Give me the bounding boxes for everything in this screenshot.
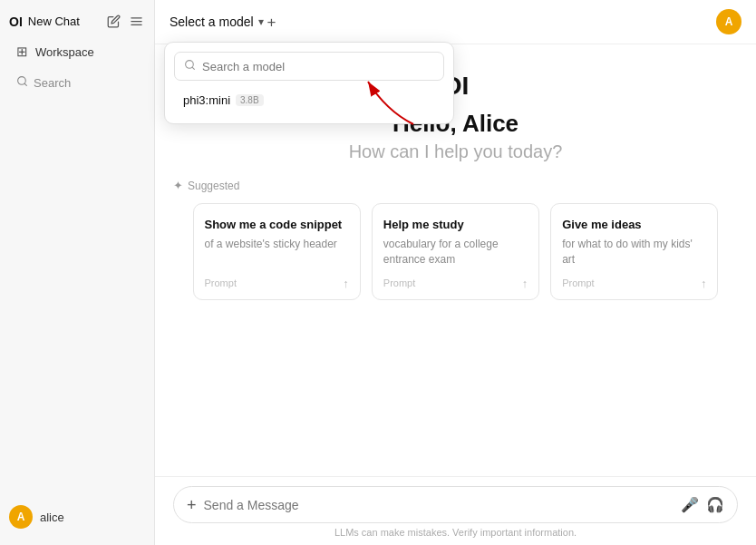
list-icon-button[interactable] (128, 13, 145, 30)
model-name: phi3:mini (183, 93, 230, 107)
user-name: alice (40, 511, 64, 524)
user-avatar-top: A (716, 9, 741, 34)
model-dropdown: phi3:mini 3.8B (164, 42, 454, 124)
sidebar: OI New Chat ⊞ Workspace (0, 0, 155, 545)
svg-line-4 (24, 83, 26, 85)
new-chat-label: New Chat (28, 15, 80, 28)
card-3-arrow-icon: ↑ (701, 277, 707, 290)
search-label: Search (34, 76, 71, 90)
sidebar-search[interactable]: Search (5, 69, 149, 96)
sidebar-action-icons (105, 13, 145, 30)
sidebar-logo-new: OI New Chat (9, 15, 80, 29)
message-input[interactable] (204, 498, 674, 512)
input-footer: LLMs can make mistakes. Verify important… (173, 523, 738, 540)
model-selector[interactable]: Select a model ▾ (170, 15, 264, 29)
card-2-arrow-icon: ↑ (522, 277, 528, 290)
message-input-box: + 🎤 🎧 (173, 486, 738, 523)
suggestion-card-1[interactable]: Show me a code snippet of a website's st… (193, 203, 361, 300)
card-1-title: Show me a code snippet (205, 217, 349, 233)
model-item-phi3mini[interactable]: phi3:mini 3.8B (174, 86, 444, 114)
suggestion-cards-row: Show me a code snippet of a website's st… (193, 203, 719, 300)
header-right: A (716, 9, 741, 34)
dropdown-search-icon (184, 59, 196, 73)
add-model-button[interactable]: + (267, 15, 276, 30)
card-1-subtitle: of a website's sticky header (205, 237, 349, 252)
card-1-arrow-icon: ↑ (343, 277, 349, 290)
avatar: A (9, 505, 33, 529)
chevron-down-icon: ▾ (258, 15, 264, 28)
microphone-button[interactable]: 🎤 (681, 496, 699, 513)
sparkle-icon: ✦ (173, 179, 183, 192)
attach-button[interactable]: + (187, 497, 197, 513)
svg-line-6 (192, 67, 194, 69)
card-3-title: Give me ideas (562, 217, 706, 233)
card-2-title: Help me study (383, 217, 528, 233)
card-2-prompt-row: Prompt ↑ (383, 271, 528, 290)
headphone-button[interactable]: 🎧 (706, 496, 724, 513)
sidebar-item-workspace[interactable]: ⊞ Workspace (5, 36, 149, 67)
model-search-box (174, 52, 444, 81)
main-header: Select a model ▾ + A phi3:mini 3.8B (155, 0, 756, 44)
suggested-label: ✦ Suggested (173, 179, 699, 192)
input-area: + 🎤 🎧 LLMs can make mistakes. Verify imp… (155, 476, 756, 545)
chat-subtext: How can I help you today? (349, 141, 563, 162)
card-1-prompt-row: Prompt ↑ (205, 271, 349, 290)
workspace-icon: ⊞ (16, 44, 28, 60)
model-selector-label: Select a model (170, 15, 254, 29)
suggestion-card-3[interactable]: Give me ideas for what to do with my kid… (550, 203, 718, 300)
sidebar-top: OI New Chat (0, 7, 154, 35)
card-3-prompt-text: Prompt (562, 277, 594, 288)
sidebar-bottom: A alice (0, 496, 154, 538)
workspace-label: Workspace (35, 45, 94, 59)
card-1-prompt-text: Prompt (205, 277, 237, 288)
suggested-text: Suggested (188, 180, 239, 192)
model-badge: 3.8B (236, 94, 264, 106)
main-panel: Select a model ▾ + A phi3:mini 3.8B (155, 0, 756, 545)
edit-icon-button[interactable] (105, 13, 122, 30)
card-2-subtitle: vocabulary for a college entrance exam (383, 237, 528, 268)
card-3-subtitle: for what to do with my kids' art (562, 237, 706, 268)
model-search-input[interactable] (202, 60, 434, 73)
suggestion-card-2[interactable]: Help me study vocabulary for a college e… (372, 203, 539, 300)
card-2-prompt-text: Prompt (383, 277, 415, 288)
sidebar-logo: OI (9, 15, 23, 29)
search-icon (16, 75, 28, 90)
card-3-prompt-row: Prompt ↑ (562, 271, 706, 290)
